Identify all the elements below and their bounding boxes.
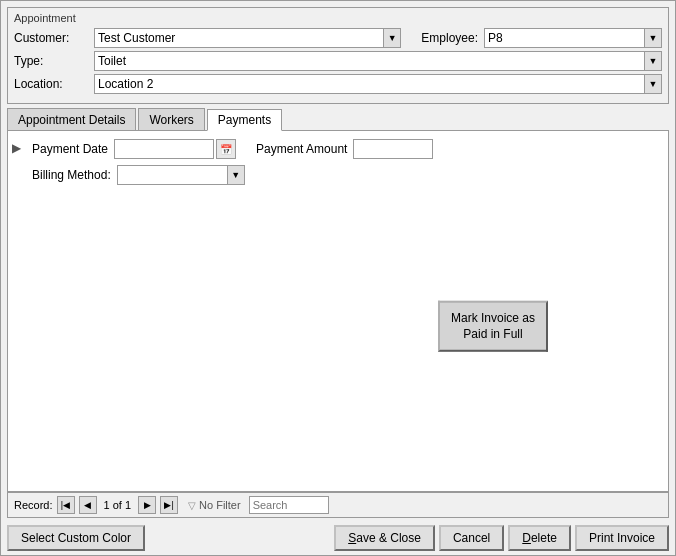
appointment-group: Appointment Customer: ▼ Employee: ▼ Type… [7, 7, 669, 104]
delete-label: Delete [522, 531, 557, 545]
cancel-button[interactable]: Cancel [439, 525, 504, 551]
location-label: Location: [14, 77, 94, 91]
employee-label: Employee: [421, 31, 478, 45]
no-filter-area: ▽ No Filter [188, 499, 241, 511]
billing-method-label: Billing Method: [32, 168, 111, 182]
delete-button[interactable]: Delete [508, 525, 571, 551]
print-invoice-button[interactable]: Print Invoice [575, 525, 669, 551]
employee-field-wrap: ▼ [484, 28, 662, 48]
location-field-wrap: ▼ [94, 74, 662, 94]
type-row: Type: ▼ [14, 51, 662, 71]
bottom-bar: Select Custom Color Save & Close Cancel … [1, 521, 675, 555]
prev-record-btn[interactable]: ◀ [79, 496, 97, 514]
payment-amount-label: Payment Amount [256, 142, 347, 156]
type-input[interactable] [94, 51, 644, 71]
select-custom-color-button[interactable]: Select Custom Color [7, 525, 145, 551]
employee-dropdown-btn[interactable]: ▼ [644, 28, 662, 48]
tab-appointment-details[interactable]: Appointment Details [7, 108, 136, 130]
mark-invoice-paid-button[interactable]: Mark Invoice as Paid in Full [438, 301, 548, 352]
no-filter-label: No Filter [199, 499, 241, 511]
record-pointer-icon: ▶ [12, 141, 21, 155]
payment-date-input[interactable] [114, 139, 214, 159]
search-input[interactable] [249, 496, 329, 514]
billing-select-wrap: ▼ [117, 165, 245, 185]
location-input[interactable] [94, 74, 644, 94]
customer-dropdown-btn[interactable]: ▼ [383, 28, 401, 48]
billing-method-row: Billing Method: ▼ [32, 165, 660, 185]
payment-amount-input[interactable] [353, 139, 433, 159]
customer-field-wrap: ▼ [94, 28, 401, 48]
payment-date-label: Payment Date [32, 142, 108, 156]
save-close-button[interactable]: Save & Close [334, 525, 435, 551]
billing-method-input[interactable] [117, 165, 227, 185]
type-field-wrap: ▼ [94, 51, 662, 71]
customer-input[interactable] [94, 28, 383, 48]
last-record-btn[interactable]: ▶| [160, 496, 178, 514]
tab-payments[interactable]: Payments [207, 109, 282, 131]
record-count-text: 1 of 1 [104, 499, 132, 511]
type-dropdown-btn[interactable]: ▼ [644, 51, 662, 71]
next-record-btn[interactable]: ▶ [138, 496, 156, 514]
customer-label: Customer: [14, 31, 94, 45]
employee-input[interactable] [484, 28, 644, 48]
location-dropdown-btn[interactable]: ▼ [644, 74, 662, 94]
record-navigator: Record: |◀ ◀ 1 of 1 ▶ ▶| ▽ No Filter [7, 492, 669, 518]
filter-icon: ▽ [188, 500, 196, 511]
save-close-label: Save & Close [348, 531, 421, 545]
payment-date-row: Payment Date 📅 Payment Amount [32, 139, 660, 159]
type-label: Type: [14, 54, 94, 68]
billing-method-dropdown-btn[interactable]: ▼ [227, 165, 245, 185]
first-record-btn[interactable]: |◀ [57, 496, 75, 514]
group-label: Appointment [14, 12, 662, 24]
tab-workers[interactable]: Workers [138, 108, 204, 130]
calendar-icon-btn[interactable]: 📅 [216, 139, 236, 159]
record-label: Record: [14, 499, 53, 511]
tabs-area: Appointment Details Workers Payments ▶ P… [7, 108, 669, 492]
tab-header: Appointment Details Workers Payments [7, 108, 669, 130]
main-window: Appointment Customer: ▼ Employee: ▼ Type… [0, 0, 676, 556]
location-row: Location: ▼ [14, 74, 662, 94]
employee-section: Employee: ▼ [421, 28, 662, 48]
customer-row: Customer: ▼ Employee: ▼ [14, 28, 662, 48]
payments-tab-content: ▶ Payment Date 📅 Payment Amount Billing … [7, 130, 669, 492]
